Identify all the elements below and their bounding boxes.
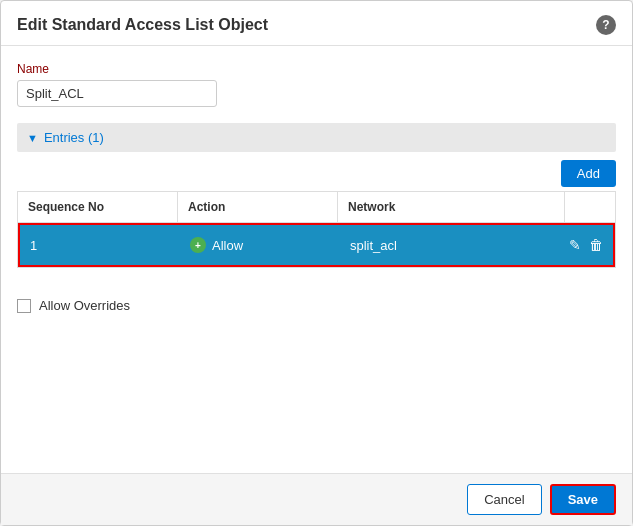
- action-label: Allow: [212, 238, 243, 253]
- save-button[interactable]: Save: [550, 484, 616, 515]
- entries-header: ▼ Entries (1): [17, 123, 616, 152]
- col-seq: Sequence No: [18, 192, 178, 222]
- table-row: 1 + Allow split_acl ✎ 🗑: [18, 223, 615, 267]
- allow-icon: +: [190, 237, 206, 253]
- entries-table: Sequence No Action Network 1 + Allow spl…: [17, 191, 616, 268]
- edit-dialog: Edit Standard Access List Object ? Name …: [0, 0, 633, 526]
- row-actions: ✎ 🗑: [563, 225, 613, 265]
- dialog-title: Edit Standard Access List Object: [17, 16, 268, 34]
- dialog-header: Edit Standard Access List Object ?: [1, 1, 632, 46]
- name-input[interactable]: [17, 80, 217, 107]
- col-actions: [565, 192, 615, 222]
- col-action: Action: [178, 192, 338, 222]
- cell-seq: 1: [20, 228, 180, 263]
- cell-action: + Allow: [180, 227, 340, 263]
- col-network: Network: [338, 192, 565, 222]
- edit-row-button[interactable]: ✎: [567, 235, 583, 255]
- help-icon[interactable]: ?: [596, 15, 616, 35]
- table-header: Sequence No Action Network: [18, 192, 615, 223]
- dialog-body: Name ▼ Entries (1) Add Sequence No Actio…: [1, 46, 632, 473]
- dialog-footer: Cancel Save: [1, 473, 632, 525]
- allow-overrides-checkbox[interactable]: [17, 299, 31, 313]
- cancel-button[interactable]: Cancel: [467, 484, 541, 515]
- allow-overrides-label: Allow Overrides: [39, 298, 130, 313]
- cell-network: split_acl: [340, 228, 563, 263]
- add-button-row: Add: [17, 160, 616, 187]
- entries-label: Entries (1): [44, 130, 104, 145]
- name-label: Name: [17, 62, 616, 76]
- entries-arrow: ▼: [27, 132, 38, 144]
- entries-section: ▼ Entries (1) Add Sequence No Action Net…: [17, 123, 616, 268]
- delete-row-button[interactable]: 🗑: [587, 235, 605, 255]
- allow-overrides-row: Allow Overrides: [17, 298, 616, 313]
- add-button[interactable]: Add: [561, 160, 616, 187]
